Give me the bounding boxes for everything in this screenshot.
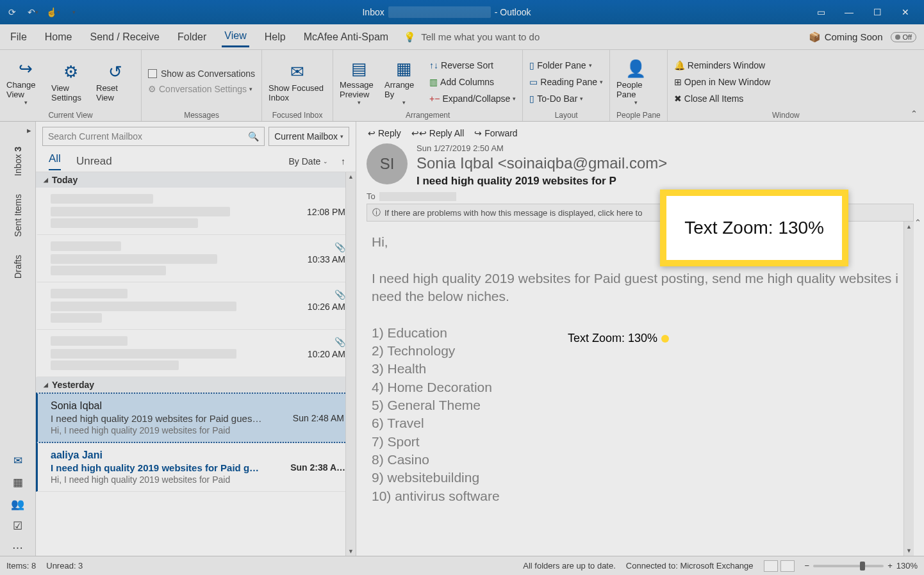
collapse-header-button[interactable]: ⌃ [914,218,921,227]
ribbon-display-icon[interactable]: ▭ [813,7,829,17]
group-label-focused: Focused Inbox [268,109,326,120]
tell-me[interactable]: 💡 Tell me what you want to do [404,31,540,43]
ribbon-tabs: File Home Send / Receive Folder View Hel… [0,24,924,50]
tab-view[interactable]: View [222,26,249,47]
zoom-in-button[interactable]: + [887,561,893,571]
zoom-control[interactable]: − + 130% [805,561,918,571]
close-all-items-button[interactable]: ✖Close All Items [674,91,771,106]
gear-icon: ⚙ [63,61,78,83]
list-scrollbar[interactable] [345,172,356,556]
zoom-level[interactable]: 130% [896,561,918,571]
body-scrollbar[interactable] [903,222,914,556]
maximize-button[interactable]: ☐ [869,7,886,17]
zoom-out-button[interactable]: − [805,561,810,571]
qat-customize-icon[interactable]: ▾ [67,5,81,19]
sort-by-date[interactable]: By Date ⌄ ↑ [289,156,345,166]
touchmode-icon[interactable]: ☝▾ [46,5,60,19]
group-people-pane: 👤People Pane▾ People Pane [610,50,668,121]
info-icon: ⓘ [372,207,381,218]
reminders-window-button[interactable]: 🔔Reminders Window [674,58,771,73]
coming-soon-toggle[interactable]: Off [891,32,916,42]
conversation-settings[interactable]: ⚙Conversation Settings ▾ [148,81,255,97]
msg-time: Sun 2:38 A… [290,462,345,473]
view-reading-icon[interactable] [780,560,795,572]
arrange-by-icon: ▦ [396,58,412,80]
tab-file[interactable]: File [8,28,29,47]
todo-bar-button[interactable]: ▯To-Do Bar ▾ [529,91,603,106]
show-focused-inbox-button[interactable]: ✉Show Focused Inbox [268,61,326,102]
mail-icon[interactable]: ✉ [8,452,28,469]
reverse-sort-button[interactable]: ↑↓Reverse Sort [429,58,516,73]
list-item-unread[interactable]: aaliya Jani I need high quality 2019 web… [36,443,356,492]
folder-pane-button[interactable]: ▯Folder Pane ▾ [529,58,603,73]
msg-time: 10:20 AM [308,349,345,359]
tab-folder[interactable]: Folder [175,28,209,47]
view-normal-icon[interactable] [764,560,778,572]
reset-view-button[interactable]: ↺Reset View [96,61,135,102]
list-item[interactable]: 📎 10:26 AM [36,282,356,330]
msg-preview: Hi, I need high quality 2019 websites fo… [51,474,345,485]
reply-all-button[interactable]: ↩↩Reply All [411,128,464,138]
open-new-window-button[interactable]: ⊞Open in New Window [674,74,771,90]
collapse-ribbon-button[interactable]: ⌃ [904,106,924,121]
people-pane-button[interactable]: 👤People Pane▾ [616,58,655,106]
rail-drafts[interactable]: Drafts [13,248,23,285]
add-columns-button[interactable]: ▥Add Columns [429,74,516,90]
message-preview-icon: ▤ [351,58,367,80]
msg-time: Sun 2:48 AM [293,413,344,424]
reading-pane-button[interactable]: ▭Reading Pane ▾ [529,74,603,90]
expand-folder-pane-button[interactable]: ▸ [27,126,35,135]
list-item[interactable]: 📎 10:33 AM [36,235,356,282]
date-group-yesterday[interactable]: ◢Yesterday [36,377,356,393]
forward-button[interactable]: ↪Forward [474,128,517,138]
reply-button[interactable]: ↩Reply [368,128,401,138]
change-view-icon: ↪ [19,58,33,80]
tab-home[interactable]: Home [42,28,75,47]
tab-mcafee[interactable]: McAfee Anti-Spam [301,28,392,47]
coming-soon-button[interactable]: 📦 Coming Soon [809,31,883,43]
search-icon[interactable]: 🔍 [248,131,259,142]
message-list-pane: Search Current Mailbox 🔍 Current Mailbox… [36,122,356,556]
tab-help[interactable]: Help [262,28,288,47]
msg-preview: Hi, I need high quality 2019 websites fo… [51,425,344,435]
group-arrangement: ▤Message Preview▾ ▦Arrange By▾ ↑↓Reverse… [333,50,523,121]
view-switcher[interactable] [764,560,795,572]
close-button[interactable]: ✕ [897,7,914,17]
arrange-by-button[interactable]: ▦Arrange By▾ [384,58,423,106]
list-item-selected[interactable]: Sonia Iqbal I need high quality 2019 web… [36,393,356,443]
group-label-messages: Messages [148,109,255,120]
more-nav-icon[interactable]: ⋯ [8,539,28,556]
avatar: SI [367,143,408,184]
view-settings-button[interactable]: ⚙View Settings [51,61,90,102]
sort-direction-icon[interactable]: ↑ [341,156,345,166]
calendar-icon[interactable]: ▦ [8,474,28,490]
search-scope-dropdown[interactable]: Current Mailbox▾ [268,127,349,146]
minimize-button[interactable]: — [841,7,857,17]
group-current-view: ↪Change View▾ ⚙View Settings ↺Reset View… [0,50,142,121]
list-item[interactable]: 📎 10:20 AM [36,330,356,377]
sendreceive-icon[interactable]: ⟳ [5,5,19,19]
show-as-conversations[interactable]: Show as Conversations [148,67,255,80]
rail-sent-items[interactable]: Sent Items [13,188,23,243]
change-view-button[interactable]: ↪Change View▾ [6,58,45,106]
rail-inbox[interactable]: Inbox 3 [13,140,23,182]
filter-all[interactable]: All [49,152,61,170]
people-icon[interactable]: 👥 [8,496,28,512]
message-body[interactable]: Hi, I need high quality 2019 websites fo… [367,222,914,556]
list-item[interactable]: 12:08 PM [36,188,356,235]
zoom-slider[interactable] [813,565,884,567]
message-list-body[interactable]: ◢Today 12:08 PM 📎 10:33 AM 📎 10:26 AM 📎 … [36,172,356,556]
search-input[interactable]: Search Current Mailbox 🔍 [42,127,265,146]
reply-icon: ↩ [368,128,375,138]
msg-time: 12:08 PM [307,207,345,217]
date-group-today[interactable]: ◢Today [36,172,356,188]
filter-unread[interactable]: Unread [76,155,112,168]
tab-send-receive[interactable]: Send / Receive [87,28,162,47]
title-account-redacted [388,6,491,18]
expand-collapse-button[interactable]: +−Expand/Collapse ▾ [429,91,516,106]
message-preview-button[interactable]: ▤Message Preview▾ [340,58,378,106]
tasks-icon[interactable]: ☑ [8,517,28,534]
attachment-icon: 📎 [334,337,345,347]
group-window: 🔔Reminders Window ⊞Open in New Window ✖C… [668,50,904,121]
undo-icon[interactable]: ↶▾ [26,5,40,19]
